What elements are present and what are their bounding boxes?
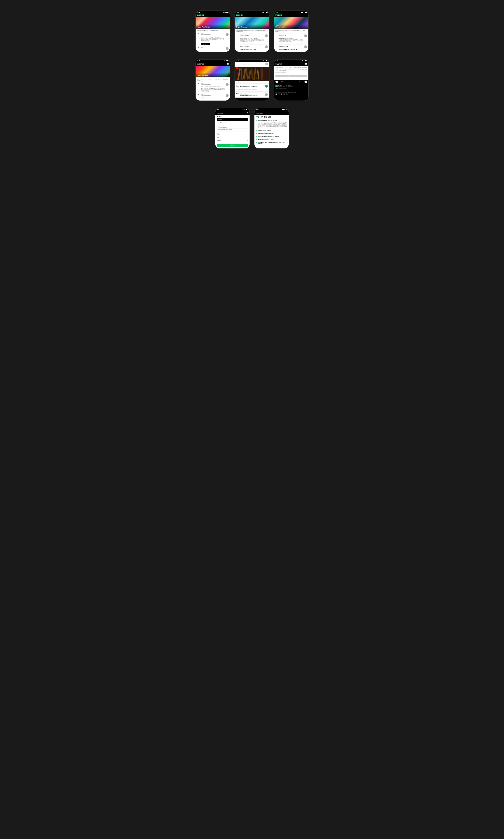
hamburger-6[interactable] xyxy=(305,64,307,65)
session-info-3-1: Speaker 이서이사, 세나팔 Session 1. 클라우드에서 진화하는… xyxy=(279,34,303,43)
session-4-2: 13:30 Speaker 이영훈 님, 네이버클라우드 Session 2. … xyxy=(197,94,229,99)
youtube-icon[interactable]: ▶ xyxy=(281,93,283,95)
nav-bar-2: NAVER Cloud SUMMIT 2022 xyxy=(235,13,269,17)
avatar-5-above xyxy=(265,63,268,65)
hero-overlay-2: Track 2. Hyper Connect xyxy=(235,24,269,29)
hero-4: Track 4. Dev & Security xyxy=(196,66,230,77)
session-live-row: ▶ LIVE 네이버 기술로 세계를 함께 도약하는 네이버클라우드 박지이성,… xyxy=(236,84,268,88)
hamburger-1[interactable] xyxy=(227,15,229,16)
faq-chevron-1: ∨ xyxy=(287,120,287,121)
cta-reg-btn[interactable]: 지금등록하기 → 대기 xyxy=(275,75,307,77)
menu-item-program[interactable]: 프로그램 ∧ xyxy=(217,118,248,121)
cta-btn-1[interactable]: 지금 시청하기 → xyxy=(201,43,210,45)
time-6: 9:41 xyxy=(276,60,278,62)
session-above-row: 16:00 Speaker 이성지가(여), 네이버클라우드 xyxy=(236,63,268,65)
faq-item-3[interactable]: Q 이벤트 공품을 언제 배송 받을 수 있나요? ∨ xyxy=(256,132,287,135)
track-title-1: Hyper Availability xyxy=(197,26,229,28)
faq-chevron-4: ∨ xyxy=(287,136,287,137)
avatar-3-1 xyxy=(304,34,307,37)
faq-question-4: Q 영상 다시 보기 발열하고 체한 다운로드가 가능한가요? ∨ xyxy=(256,136,287,137)
faq-item-1[interactable]: Q NAVER Cloud Summit 2022은 어떤 행사인가요? ∨ N… xyxy=(256,119,287,129)
wifi-4: ▲ xyxy=(225,60,226,61)
menu-sub-track2[interactable]: Track 2: Hyper Connect xyxy=(217,124,248,126)
menu-section-title: 행시개요 xyxy=(217,116,248,118)
menu-item-event[interactable]: 이벤트 xyxy=(217,133,248,136)
wifi-5: ▲ xyxy=(265,60,265,61)
video-label: conference about remote work xyxy=(235,78,269,79)
session-info-4-2: Speaker 이영훈 님, 네이버클라우드 Session 2. 매년 수십억… xyxy=(201,94,225,99)
video-area: LIVE × conference about remote work xyxy=(235,67,269,81)
login-btn[interactable]: N 로그인 xyxy=(217,144,248,147)
wifi-2: ▲ xyxy=(265,12,265,13)
faq-item-4[interactable]: Q 영상 다시 보기 발열하고 체한 다운로드가 가능한가요? ∨ xyxy=(256,135,287,138)
forward-btn[interactable]: → xyxy=(305,81,307,83)
back-nav[interactable]: ← ← Track 3 xyxy=(275,81,283,83)
video-phone-content: 16:00 Speaker 이성지가(여), 네이버클라우드 xyxy=(235,62,269,98)
faq-item-6[interactable]: Q 네이버 클라우드 플랫폼 AI Service 고대당신 어떻게 선택하고,… xyxy=(256,141,287,145)
battery-1 xyxy=(227,12,228,13)
track-title-3: Hyper Growth xyxy=(275,26,307,28)
battery-2 xyxy=(266,12,267,13)
row-3: 9:41 ▲ NAVER Cloud SUMMIT 2022 × 행시개요 xyxy=(215,108,289,149)
menu-item-prev-summit[interactable]: 이전 서밋 ∨ xyxy=(217,139,248,142)
faq-chevron-5: ∨ xyxy=(287,139,287,140)
session-info-1-2: Speaker xyxy=(201,47,225,48)
avatar-2-2 xyxy=(265,46,268,48)
avatar-5-below xyxy=(265,93,268,96)
nav-bar-4: NAVER Cloud SUMMIT 2022 xyxy=(196,62,230,66)
facebook-icon[interactable]: f xyxy=(278,93,280,95)
nav-logo-7: NAVER Cloud SUMMIT 2022 xyxy=(217,111,223,114)
faq-item-5[interactable]: Q 클라우드 관련 상담을 받아보고 싶습니다. ∨ xyxy=(256,138,287,141)
nav-footer: ← ← Track 3 Keynote → → N NAVER Cloud xyxy=(274,80,308,96)
status-bar-7: 9:41 ▲ xyxy=(215,108,250,110)
faq-q-icon-3: Q xyxy=(256,133,257,134)
hamburger-2[interactable] xyxy=(266,15,268,16)
linkedin-icon[interactable]: in xyxy=(286,93,288,95)
phone-track3: 9:41 ▲ NAVER Cloud SUMMIT 2022 xyxy=(274,11,309,52)
session-info-4-1: Speaker 김동훈 님, 네이버클라우드 Session 1. 클라우드 플… xyxy=(201,83,225,92)
signal-5 xyxy=(262,60,264,61)
hamburger-8[interactable] xyxy=(286,112,287,113)
hamburger-4[interactable] xyxy=(227,64,229,65)
session-live-info: ▶ LIVE 네이버 기술로 세계를 함께 도약하는 네이버클라우드 박지이성,… xyxy=(235,84,269,91)
menu-item-faq[interactable]: FAQ xyxy=(217,136,248,139)
signal-3 xyxy=(301,12,303,13)
track-title-2: Hyper Connect xyxy=(236,26,268,28)
footer-copyright: © NAVER Cloud. All Rights Reserved. xyxy=(275,88,307,89)
menu-sub-track1[interactable]: Track 1: Hyperscale xyxy=(217,122,248,124)
live-desc: 네이버 블로그 클라우드 기반의 세계를 향해 다가가는 클라우드 서비스 xyxy=(236,89,268,90)
session-time-1-1: 13:00 xyxy=(197,33,200,34)
nav-logo-8: NAVER Cloud SUMMIT 2022 xyxy=(256,111,263,114)
faq-item-2[interactable]: Q 사전등록은 언제부터 가능한가요? ∨ xyxy=(256,129,287,132)
naver-icon[interactable]: N xyxy=(283,93,285,95)
menu-sub-track3[interactable]: Track 3: Hyper Growth xyxy=(217,126,248,128)
battery-3 xyxy=(305,12,307,13)
desc-1: 장동훈 님, 네이버클라우드의 기술 & 사례를 만나보세요 xyxy=(197,30,229,31)
social-icons: 💬 f ▶ N in xyxy=(275,93,307,95)
phone-faq: 9:41 ▲ NAVER Cloud SUMMIT 2022 FAQ xyxy=(254,108,289,149)
time-2: 9:41 xyxy=(237,12,239,13)
back-btn[interactable]: ← xyxy=(275,81,278,83)
menu-sub-track4[interactable]: Track 4: Dev & Security Universe xyxy=(217,128,248,131)
chat-icon[interactable]: 💬 xyxy=(275,93,277,95)
status-bar-2: 9:41 ▲ xyxy=(235,11,269,13)
nav-logo-1: NAVER Cloud SUMMIT 2022 xyxy=(197,14,204,16)
phone-track2: 9:41 ▲ NAVER Cloud SUMMIT 2022 xyxy=(234,11,270,52)
signal-8 xyxy=(282,109,284,110)
status-icons-2: ▲ xyxy=(262,12,267,13)
status-icons-1: ▲ xyxy=(223,12,228,13)
hamburger-3[interactable] xyxy=(305,15,307,16)
status-bar-6: 9:41 ▲ xyxy=(274,59,308,62)
close-icon-menu[interactable]: × xyxy=(247,111,248,114)
signal-4 xyxy=(223,60,225,61)
close-video-btn[interactable]: × xyxy=(267,67,268,69)
nav-bar-6: NAVER Cloud SUMMIT 2022 xyxy=(274,62,308,66)
nav-bar-8: NAVER Cloud SUMMIT 2022 xyxy=(254,110,289,115)
avatar-1-1 xyxy=(226,33,229,36)
chevron-up-icon: ∧ xyxy=(246,119,247,121)
forward-nav[interactable]: Keynote → → xyxy=(300,81,307,83)
status-icons-7: ▲ xyxy=(242,109,248,110)
footer-links: 서비스 이용약관 개인정보처리방침 제품 공개 대외전 관련 링크 xyxy=(275,92,307,93)
faq-q-icon-4: Q xyxy=(256,136,257,137)
phone-track1: 9:41 ▲ NAVER Cloud SUMMIT 2022 xyxy=(195,11,230,52)
